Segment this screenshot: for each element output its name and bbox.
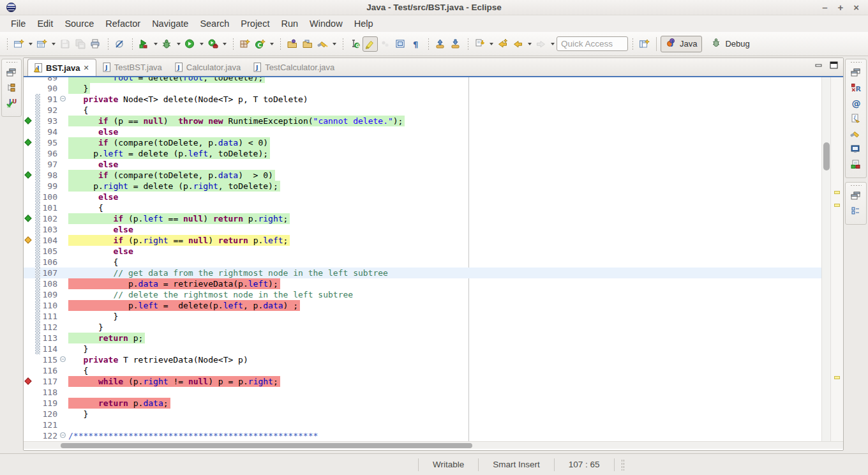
- annotation-ruler-cell[interactable]: [24, 235, 35, 246]
- perspective-debug-button[interactable]: Debug: [706, 36, 754, 52]
- code-line-104[interactable]: 104 if (p.right == null) return p.left;: [24, 235, 821, 246]
- annotation-ruler-cell[interactable]: [24, 192, 35, 202]
- line-number[interactable]: 104: [40, 235, 59, 246]
- line-number[interactable]: 107: [40, 268, 59, 278]
- line-number[interactable]: 110: [40, 300, 59, 311]
- maximize-editor-button[interactable]: [830, 61, 838, 69]
- line-number[interactable]: 103: [40, 224, 59, 235]
- occurrence-mark[interactable]: [834, 204, 840, 207]
- code-line-116[interactable]: 116 {: [24, 365, 821, 376]
- code-line-99[interactable]: 99 p.right = delete (p.right, toDelete);: [24, 181, 821, 192]
- show-selected-source-button[interactable]: [393, 36, 408, 52]
- code-line-119[interactable]: 119 return p.data;: [24, 398, 821, 409]
- annotation-ruler-cell[interactable]: [24, 419, 35, 430]
- new-java-class-dropdown-arrow-icon[interactable]: [270, 43, 274, 45]
- line-number[interactable]: 100: [40, 192, 59, 202]
- code-text[interactable]: if (p.right == null) return p.left;: [68, 235, 821, 246]
- annotation-ruler-cell[interactable]: [24, 181, 35, 192]
- maximize-window-button[interactable]: +: [837, 1, 843, 15]
- restore-view-button[interactable]: [848, 190, 864, 205]
- new-project-button[interactable]: [34, 36, 50, 52]
- line-number[interactable]: 93: [40, 116, 59, 126]
- new-wizard-button[interactable]: [11, 36, 27, 52]
- new-java-class-button[interactable]: C: [253, 36, 268, 52]
- skip-breakpoints-button[interactable]: [112, 36, 128, 52]
- code-text[interactable]: }: [68, 311, 821, 322]
- back-button[interactable]: [511, 36, 526, 52]
- line-number[interactable]: 118: [40, 387, 59, 398]
- annotation-ruler-cell[interactable]: [24, 213, 35, 224]
- code-line-113[interactable]: 113 return p;: [24, 333, 821, 343]
- restore-view-button[interactable]: [848, 66, 864, 82]
- annotation-ruler-cell[interactable]: [24, 289, 35, 300]
- menu-item-search[interactable]: Search: [194, 17, 235, 31]
- minimize-editor-button[interactable]: [815, 62, 822, 69]
- open-task-button[interactable]: [285, 36, 300, 52]
- code-line-89[interactable]: 89 root = delete(root, toDelete);: [24, 77, 821, 83]
- menu-item-source[interactable]: Source: [59, 17, 100, 31]
- line-number[interactable]: 111: [40, 311, 59, 322]
- menu-item-help[interactable]: Help: [348, 17, 379, 31]
- occurrence-mark[interactable]: [834, 376, 840, 379]
- code-line-92[interactable]: 92 {: [24, 105, 821, 116]
- line-number[interactable]: 94: [40, 126, 59, 137]
- line-number[interactable]: 115: [40, 354, 59, 365]
- horizontal-scrollbar-thumb[interactable]: [61, 443, 472, 448]
- tab-bst-java[interactable]: JBST.java✕: [27, 59, 96, 76]
- line-number[interactable]: 109: [40, 289, 59, 300]
- external-tools-button[interactable]: [206, 36, 221, 52]
- code-line-91[interactable]: 91− private Node<T> delete(Node<T> p, T …: [24, 94, 821, 105]
- horizontal-scrollbar[interactable]: [24, 441, 843, 449]
- code-line-100[interactable]: 100 else: [24, 192, 821, 202]
- code-line-107[interactable]: 107 // get data from the rightmost node …: [24, 268, 821, 278]
- line-number[interactable]: 99: [40, 181, 59, 192]
- annotation-ruler-cell[interactable]: [24, 278, 35, 289]
- annotation-ruler-cell[interactable]: [24, 105, 35, 116]
- annotation-ruler-cell[interactable]: [24, 202, 35, 213]
- code-line-111[interactable]: 111 }: [24, 311, 821, 322]
- menu-item-run[interactable]: Run: [275, 17, 304, 31]
- annotation-ruler-cell[interactable]: [24, 376, 35, 387]
- menu-item-window[interactable]: Window: [304, 17, 348, 31]
- line-number[interactable]: 91: [40, 94, 59, 105]
- tasks-view-button[interactable]: R: [848, 82, 864, 97]
- annotation-ruler-cell[interactable]: [24, 300, 35, 311]
- line-number[interactable]: 116: [40, 365, 59, 376]
- last-edit-location-dropdown-arrow-icon[interactable]: [490, 43, 493, 45]
- code-text[interactable]: }: [68, 322, 821, 333]
- line-number[interactable]: 106: [40, 257, 59, 268]
- code-line-118[interactable]: 118: [24, 387, 821, 398]
- annotation-ruler-cell[interactable]: [24, 365, 35, 376]
- debug-dropdown-arrow-icon[interactable]: [177, 43, 181, 45]
- code-text[interactable]: }: [68, 409, 821, 419]
- junit-view-button[interactable]: JU: [4, 97, 19, 112]
- line-number[interactable]: 105: [40, 246, 59, 257]
- code-text[interactable]: return p;: [68, 333, 821, 343]
- declaration-view-button[interactable]: {: [848, 112, 864, 128]
- line-number[interactable]: 96: [40, 148, 59, 159]
- code-line-117[interactable]: 117 while (p.right != null) p = p.right;: [24, 376, 821, 387]
- coverage-view-view-button[interactable]: [848, 158, 864, 174]
- code-line-101[interactable]: 101 {: [24, 202, 821, 213]
- search-dropdown-arrow-icon[interactable]: [333, 43, 336, 45]
- line-number[interactable]: 95: [40, 137, 59, 148]
- code-text[interactable]: {: [68, 202, 821, 213]
- code-text[interactable]: root = delete(root, toDelete);: [68, 77, 821, 83]
- line-number[interactable]: 102: [40, 213, 59, 224]
- code-line-97[interactable]: 97 else: [24, 159, 821, 170]
- annotation-ruler-cell[interactable]: [24, 398, 35, 409]
- code-line-95[interactable]: 95 if (compare(toDelete, p.data) < 0): [24, 137, 821, 148]
- annotation-ruler-cell[interactable]: [24, 77, 35, 83]
- annotation-ruler-cell[interactable]: [24, 387, 35, 398]
- code-line-94[interactable]: 94 else: [24, 126, 821, 137]
- annotation-ruler-cell[interactable]: [24, 159, 35, 170]
- fold-ruler-cell[interactable]: −: [59, 430, 68, 441]
- annotation-ruler-cell[interactable]: [24, 148, 35, 159]
- code-line-98[interactable]: 98 if (compare(toDelete, p.data) > 0): [24, 170, 821, 181]
- code-text[interactable]: [68, 419, 821, 430]
- annotation-ruler-cell[interactable]: [24, 116, 35, 126]
- code-text[interactable]: /***************************************…: [68, 430, 821, 441]
- vertical-scrollbar[interactable]: [821, 77, 830, 441]
- tab-testbst-java[interactable]: JTestBST.java: [96, 59, 168, 76]
- code-text[interactable]: p.left = delete(p.left, p.data) ;: [68, 300, 821, 311]
